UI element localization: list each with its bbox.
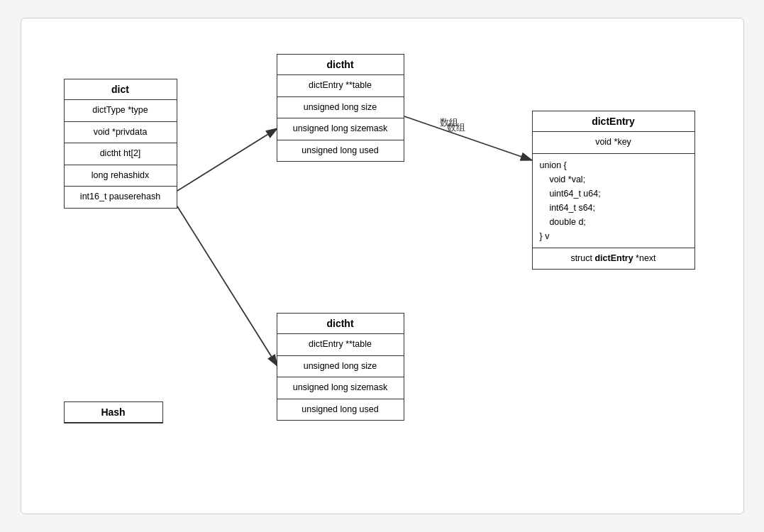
dictht-bottom-header: dictht <box>277 314 404 334</box>
hash-box: Hash <box>64 401 163 423</box>
dictht-bottom-row-2: unsigned long size <box>277 356 404 378</box>
dictentry-header: dictEntry <box>533 111 694 132</box>
dict-row-3: dictht ht[2] <box>65 143 177 165</box>
dict-row-1: dictType *type <box>65 100 177 122</box>
dict-row-4: long rehashidx <box>65 165 177 187</box>
dictentry-next-row: struct dictEntry *next <box>533 248 694 270</box>
arrow-dict-to-dictht-top <box>177 128 277 191</box>
dictht-top-row-2: unsigned long size <box>277 97 404 119</box>
dictentry-union-row: union { void *val; uint64_t u64; int64_t… <box>533 154 694 248</box>
dictht-bottom-box: dictht dictEntry **table unsigned long s… <box>277 313 404 421</box>
diagram-container: 数组 dict dictType *type void *privdata di… <box>21 18 744 514</box>
dictentry-key-row: void *key <box>533 132 694 154</box>
dictht-bottom-row-1: dictEntry **table <box>277 334 404 356</box>
dictht-bottom-row-3: unsigned long sizemask <box>277 377 404 399</box>
dictht-top-box: dictht dictEntry **table unsigned long s… <box>277 54 404 162</box>
dict-header: dict <box>65 79 177 100</box>
dict-row-2: void *privdata <box>65 122 177 144</box>
dict-box: dict dictType *type void *privdata dicth… <box>64 79 177 209</box>
dictht-top-header: dictht <box>277 55 404 75</box>
dictht-bottom-row-4: unsigned long used <box>277 399 404 421</box>
dictht-top-row-1: dictEntry **table <box>277 75 404 97</box>
arrow-dictht-to-dictentry <box>404 116 532 160</box>
dict-row-5: int16_t pauserehash <box>65 187 177 208</box>
dictht-top-row-3: unsigned long sizemask <box>277 118 404 140</box>
arrow-dict-to-dictht-bottom <box>177 206 277 366</box>
dictentry-box: dictEntry void *key union { void *val; u… <box>532 111 695 270</box>
dictht-top-row-4: unsigned long used <box>277 140 404 162</box>
array-label-overlay: 数组 <box>440 116 458 129</box>
hash-header: Hash <box>65 402 162 423</box>
